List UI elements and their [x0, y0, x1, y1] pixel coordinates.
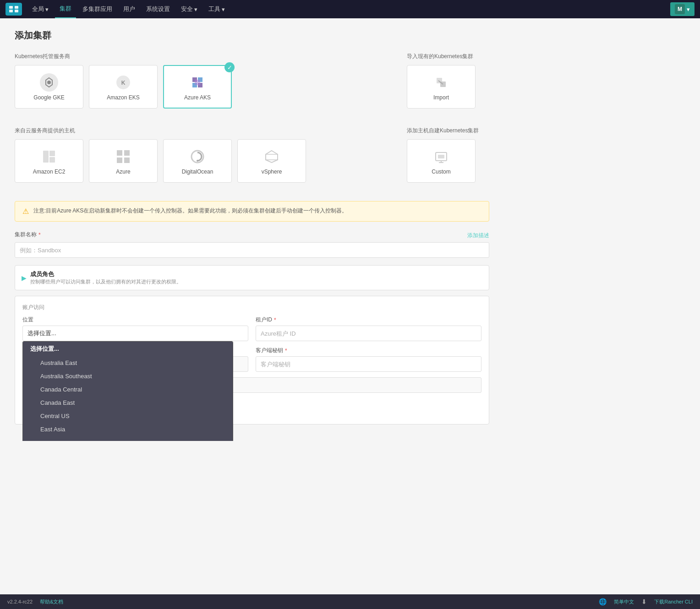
chevron-down-icon-security: ▾ — [194, 6, 197, 13]
provider-card-custom[interactable]: Custom — [407, 139, 476, 183]
tenant-id-label: 租户ID * — [256, 316, 481, 324]
import-icon — [432, 73, 450, 92]
nav-item-users[interactable]: 用户 — [119, 0, 140, 18]
svg-rect-21 — [124, 150, 130, 156]
svg-rect-20 — [117, 150, 122, 156]
notice-box: ⚠ 注意:目前Azure AKS在启动新集群时不会创建一个传入控制器。如果需要此… — [15, 201, 489, 222]
digitalocean-icon — [188, 147, 207, 166]
gke-icon — [40, 73, 58, 92]
provider-card-do[interactable]: DigitalOcean — [163, 139, 232, 183]
custom-label: Custom — [432, 169, 450, 175]
svg-rect-22 — [117, 158, 122, 163]
chevron-down-icon-tools: ▾ — [222, 6, 225, 13]
nav-item-multicluster[interactable]: 多集群应用 — [78, 0, 117, 18]
nav-bar: 全局 ▾ 集群 多集群应用 用户 系统设置 安全 ▾ 工具 ▾ M ▾ — [0, 0, 700, 18]
provider-card-aks[interactable]: ✓ Azure AKS — [163, 65, 232, 109]
provider-card-import[interactable]: Import — [407, 65, 476, 109]
gke-label: Google GKE — [33, 94, 64, 101]
svg-rect-18 — [49, 151, 55, 156]
svg-rect-19 — [49, 157, 55, 163]
svg-rect-17 — [43, 151, 49, 163]
svg-marker-26 — [266, 151, 278, 163]
svg-rect-0 — [9, 6, 13, 9]
location-input[interactable] — [22, 326, 248, 341]
chevron-down-icon: ▾ — [45, 6, 49, 13]
dropdown-item-central-us[interactable]: Central US — [23, 409, 233, 423]
nav-item-security[interactable]: 安全 ▾ — [176, 0, 202, 18]
azure-vm-label: Azure — [116, 169, 130, 175]
nav-logo[interactable] — [5, 3, 22, 16]
dropdown-item-canada-central[interactable]: Canada Central — [23, 383, 233, 396]
client-secret-label: 客户端秘钥 * — [256, 347, 481, 354]
account-access-section: 账户访问 位置 选择位置... — [15, 296, 489, 424]
tenant-required-star: * — [274, 317, 276, 323]
add-description-link[interactable]: 添加描述 — [467, 232, 489, 239]
user-avatar: M — [675, 4, 685, 14]
expand-arrow-icon: ▶ — [22, 274, 27, 282]
notice-text: 注意:目前Azure AKS在启动新集群时不会创建一个传入控制器。如果需要此功能… — [33, 207, 347, 215]
user-menu-button[interactable]: M ▾ — [670, 2, 695, 16]
cloud-providers-label: 来自云服务商提供的主机 — [15, 127, 399, 135]
cluster-name-label: 集群名称 * — [15, 231, 41, 239]
custom-icon — [432, 147, 450, 166]
vsphere-icon — [262, 147, 281, 166]
client-required-star: * — [285, 348, 287, 354]
svg-rect-23 — [124, 158, 130, 163]
user-dropdown-arrow: ▾ — [687, 6, 690, 13]
check-mark-east-us: ✓ — [30, 439, 37, 441]
aks-label: Azure AKS — [184, 94, 211, 101]
ec2-icon — [40, 147, 58, 166]
dropdown-item-east-us[interactable]: ✓ East US — [23, 436, 233, 441]
svg-point-25 — [197, 160, 198, 162]
svg-rect-1 — [15, 6, 18, 9]
member-roles-subtitle: 控制哪些用户可以访问集群，以及他们拥有的对其进行更改的权限。 — [30, 278, 181, 285]
member-roles-title: 成员角色 — [30, 270, 181, 278]
vsphere-label: vSphere — [262, 169, 282, 175]
cluster-name-section: 集群名称 * 添加描述 — [15, 231, 489, 258]
eks-icon: K — [114, 73, 132, 92]
eks-label: Amazon EKS — [107, 94, 139, 101]
dropdown-header: 选择位置... — [23, 342, 233, 356]
dropdown-item-canada-east[interactable]: Canada East — [23, 396, 233, 409]
import-label: 导入现有的Kubernetes集群 — [407, 53, 489, 60]
svg-rect-30 — [438, 155, 444, 158]
nav-item-cluster[interactable]: 集群 — [55, 0, 76, 18]
ec2-label: Amazon EC2 — [33, 169, 66, 175]
selected-check-badge: ✓ — [224, 62, 235, 72]
warning-icon: ⚠ — [22, 207, 29, 216]
provider-card-vsphere[interactable]: vSphere — [237, 139, 306, 183]
k8s-providers-label: Kubernetes托管服务商 — [15, 53, 399, 60]
location-dropdown-wrapper: 选择位置... Australia East Australia Southea… — [22, 326, 248, 341]
location-dropdown: 选择位置... Australia East Australia Southea… — [22, 341, 233, 441]
custom-section-label: 添加主机自建Kubernetes集群 — [407, 127, 489, 135]
svg-rect-3 — [15, 10, 18, 12]
page-title: 添加集群 — [15, 29, 489, 42]
nav-item-global[interactable]: 全局 ▾ — [27, 0, 53, 18]
do-label: DigitalOcean — [182, 169, 213, 175]
cluster-name-input[interactable] — [15, 242, 489, 258]
member-roles-section: ▶ 成员角色 控制哪些用户可以访问集群，以及他们拥有的对其进行更改的权限。 — [15, 265, 489, 290]
azure-icon — [114, 147, 132, 166]
provider-card-gke[interactable]: Google GKE — [15, 65, 83, 109]
required-star: * — [38, 232, 41, 238]
main-content: 添加集群 Kubernetes托管服务商 Google GKE — [0, 18, 504, 441]
nav-item-tools[interactable]: 工具 ▾ — [204, 0, 230, 18]
provider-card-eks[interactable]: K Amazon EKS — [89, 65, 158, 109]
location-label: 位置 — [22, 316, 248, 324]
svg-point-6 — [47, 81, 51, 84]
tenant-id-input[interactable] — [256, 326, 481, 341]
svg-text:K: K — [121, 80, 126, 86]
dropdown-item-australia-east[interactable]: Australia East — [23, 356, 233, 370]
svg-rect-2 — [9, 10, 13, 12]
svg-rect-13 — [195, 80, 200, 85]
dropdown-item-australia-southeast[interactable]: Australia Southeast — [23, 370, 233, 383]
client-secret-input[interactable] — [256, 356, 481, 372]
aks-icon — [188, 73, 207, 92]
provider-card-ec2[interactable]: Amazon EC2 — [15, 139, 83, 183]
nav-item-system-settings[interactable]: 系统设置 — [142, 0, 175, 18]
dropdown-item-east-asia[interactable]: East Asia — [23, 423, 233, 436]
account-access-label: 账户访问 — [22, 304, 481, 311]
provider-card-azure-vm[interactable]: Azure — [89, 139, 158, 183]
import-label-card: Import — [433, 94, 449, 101]
member-roles-header[interactable]: ▶ 成员角色 控制哪些用户可以访问集群，以及他们拥有的对其进行更改的权限。 — [15, 266, 489, 290]
